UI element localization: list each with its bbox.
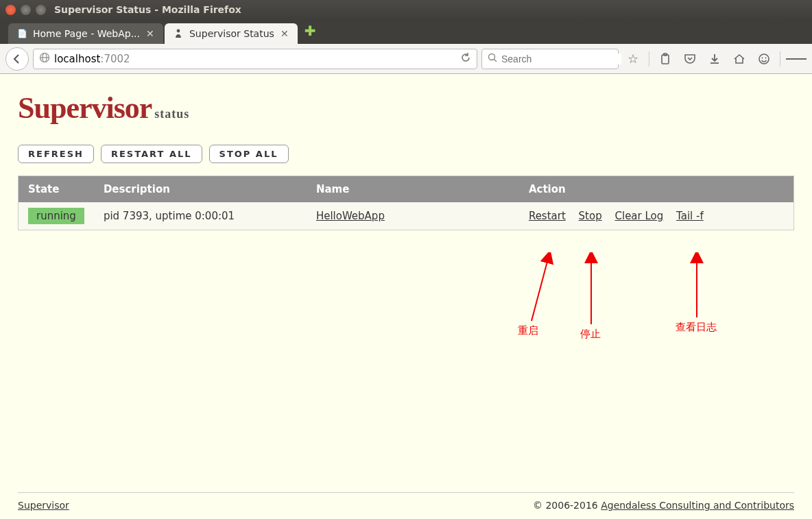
window-titlebar: Supervisor Status - Mozilla Firefox	[0, 0, 812, 19]
tab-label: Supervisor Status	[189, 28, 274, 39]
window-title: Supervisor Status - Mozilla Firefox	[54, 4, 241, 15]
globe-icon	[39, 52, 50, 65]
svg-rect-6	[662, 55, 669, 64]
window-close-button[interactable]	[5, 5, 16, 15]
clear-log-link[interactable]: Clear Log	[614, 210, 663, 222]
annotation-arrow-stop	[577, 252, 605, 328]
annotation-arrow-viewlog	[684, 252, 712, 321]
restart-link[interactable]: Restart	[529, 210, 566, 222]
tab-strip: 📄 Home Page - WebAp... ✕ Supervisor Stat…	[0, 19, 812, 44]
menu-button[interactable]	[786, 49, 807, 69]
nav-toolbar: localhost:7002 ☆	[0, 44, 812, 74]
tab-homepage[interactable]: 📄 Home Page - WebAp... ✕	[8, 23, 163, 44]
reload-icon[interactable]	[460, 52, 471, 65]
svg-point-10	[762, 57, 763, 58]
footer-agendaless-link[interactable]: Agendaless Consulting and Contributors	[601, 500, 794, 511]
search-icon	[488, 53, 497, 64]
close-icon[interactable]: ✕	[280, 29, 289, 38]
close-icon[interactable]: ✕	[145, 29, 155, 38]
cell-state: running	[19, 202, 94, 230]
logo-main: Supervisor	[18, 91, 152, 125]
col-name: Name	[307, 176, 519, 203]
supervisor-logo: Supervisorstatus	[18, 90, 794, 125]
divider	[780, 51, 780, 67]
smiley-icon[interactable]	[754, 49, 774, 69]
table-row: running pid 7393, uptime 0:00:01 HelloWe…	[19, 202, 794, 230]
col-description: Description	[94, 176, 307, 203]
logo-sub: status	[154, 107, 189, 121]
svg-point-4	[489, 54, 495, 60]
table-header-row: State Description Name Action	[19, 176, 794, 203]
restart-all-button[interactable]: RESTART ALL	[101, 145, 202, 163]
svg-line-5	[494, 60, 497, 62]
footer-copyright: © 2006-2016 Agendaless Consulting and Co…	[533, 500, 794, 511]
page-icon: 📄	[16, 28, 27, 39]
cell-description: pid 7393, uptime 0:00:01	[94, 202, 307, 230]
home-icon[interactable]	[729, 49, 750, 69]
window-minimize-button[interactable]	[21, 5, 31, 15]
svg-line-12	[532, 256, 549, 321]
cell-name: HelloWebApp	[307, 202, 519, 230]
tab-supervisor[interactable]: Supervisor Status ✕	[165, 23, 298, 44]
state-badge: running	[28, 208, 84, 224]
stop-all-button[interactable]: STOP ALL	[209, 145, 289, 163]
url-bar[interactable]: localhost:7002	[33, 49, 477, 69]
copyright-text: © 2006-2016	[533, 500, 601, 511]
svg-point-11	[765, 57, 767, 58]
svg-point-9	[759, 54, 769, 64]
page-footer: Supervisor © 2006-2016 Agendaless Consul…	[18, 492, 794, 519]
refresh-button[interactable]: REFRESH	[18, 145, 94, 163]
bookmark-star-icon[interactable]: ☆	[623, 49, 643, 69]
cell-actions: Restart Stop Clear Log Tail -f	[519, 202, 794, 230]
tab-label: Home Page - WebAp...	[33, 28, 140, 39]
back-button[interactable]	[5, 47, 29, 71]
annotation-label-stop: 停止	[580, 328, 601, 341]
page-content: Supervisorstatus REFRESH RESTART ALL STO…	[0, 74, 812, 519]
url-port: :7002	[100, 53, 130, 65]
process-table: State Description Name Action running pi…	[18, 176, 794, 230]
url-input[interactable]: localhost:7002	[54, 53, 456, 65]
clipboard-icon[interactable]	[655, 49, 676, 69]
tail-f-link[interactable]: Tail -f	[676, 210, 704, 222]
downloads-icon[interactable]	[704, 49, 725, 69]
new-tab-button[interactable]: ✚	[304, 23, 316, 40]
supervisor-icon	[173, 28, 184, 39]
svg-point-0	[177, 29, 180, 33]
window-maximize-button[interactable]	[36, 5, 46, 15]
divider	[649, 51, 649, 67]
annotation-label-viewlog: 查看日志	[676, 321, 717, 334]
search-input[interactable]	[501, 53, 621, 64]
pocket-icon[interactable]	[680, 49, 700, 69]
col-action: Action	[519, 176, 794, 203]
window-controls	[5, 5, 46, 15]
url-host: localhost	[54, 53, 100, 65]
stop-link[interactable]: Stop	[579, 210, 602, 222]
action-buttons: REFRESH RESTART ALL STOP ALL	[18, 145, 794, 163]
footer-supervisor-link[interactable]: Supervisor	[18, 500, 69, 511]
col-state: State	[19, 176, 94, 203]
search-bar[interactable]	[481, 49, 619, 69]
annotation-label-restart: 重启	[518, 324, 538, 337]
annotation-arrow-restart	[521, 252, 562, 328]
process-name-link[interactable]: HelloWebApp	[316, 210, 385, 222]
